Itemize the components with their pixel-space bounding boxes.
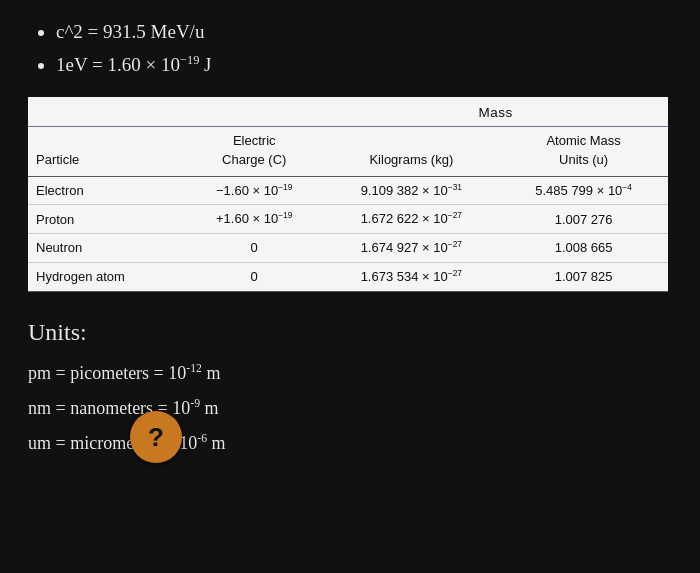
main-content: c^2 = 931.5 MeV/u 1eV = 1.60 × 10−19 J M…: [0, 0, 700, 483]
charge-electron: −1.60 × 10−19: [185, 176, 323, 205]
unit-nm: nm = nanometers = 10-9 m: [28, 395, 672, 422]
bullet-c2: c^2 = 931.5 MeV/u: [56, 18, 672, 47]
kg-neutron: 1.674 927 × 10−27: [323, 234, 499, 263]
empty-mass-header: [28, 97, 323, 126]
kg-hydrogen: 1.673 534 × 10−27: [323, 263, 499, 292]
mass-label: Mass: [323, 97, 668, 126]
particle-hydrogen: Hydrogen atom: [28, 263, 185, 292]
kg-electron: 9.109 382 × 10−31: [323, 176, 499, 205]
mass-header-row: Mass: [28, 97, 668, 126]
amu-electron: 5.485 799 × 10−4: [499, 176, 668, 205]
col-particle: Particle: [28, 126, 185, 176]
unit-pm: pm = picometers = 10-12 m: [28, 360, 672, 387]
col-charge: ElectricCharge (C): [185, 126, 323, 176]
units-title: Units:: [28, 314, 672, 350]
col-amu: Atomic MassUnits (u): [499, 126, 668, 176]
help-button-label: ?: [148, 418, 164, 457]
help-button[interactable]: ?: [130, 411, 182, 463]
row-hydrogen: Hydrogen atom 0 1.673 534 × 10−27 1.007 …: [28, 263, 668, 292]
units-section: Units: pm = picometers = 10-12 m nm = na…: [28, 314, 672, 457]
row-electron: Electron −1.60 × 10−19 9.109 382 × 10−31…: [28, 176, 668, 205]
unit-um: um = micrometers = 10-6 m: [28, 430, 672, 457]
col-kg: Kilograms (kg): [323, 126, 499, 176]
amu-neutron: 1.008 665: [499, 234, 668, 263]
amu-proton: 1.007 276: [499, 205, 668, 234]
row-proton: Proton +1.60 × 10−19 1.672 622 × 10−27 1…: [28, 205, 668, 234]
charge-hydrogen: 0: [185, 263, 323, 292]
particle-electron: Electron: [28, 176, 185, 205]
kg-proton: 1.672 622 × 10−27: [323, 205, 499, 234]
particle-table-wrap: Mass Particle ElectricCharge (C) Kilogra…: [28, 97, 672, 292]
amu-hydrogen: 1.007 825: [499, 263, 668, 292]
bullet-list: c^2 = 931.5 MeV/u 1eV = 1.60 × 10−19 J: [28, 18, 672, 79]
particle-table: Mass Particle ElectricCharge (C) Kilogra…: [28, 97, 668, 292]
col-header-row: Particle ElectricCharge (C) Kilograms (k…: [28, 126, 668, 176]
particle-proton: Proton: [28, 205, 185, 234]
charge-neutron: 0: [185, 234, 323, 263]
charge-proton: +1.60 × 10−19: [185, 205, 323, 234]
bullet-ev: 1eV = 1.60 × 10−19 J: [56, 51, 672, 80]
particle-neutron: Neutron: [28, 234, 185, 263]
row-neutron: Neutron 0 1.674 927 × 10−27 1.008 665: [28, 234, 668, 263]
